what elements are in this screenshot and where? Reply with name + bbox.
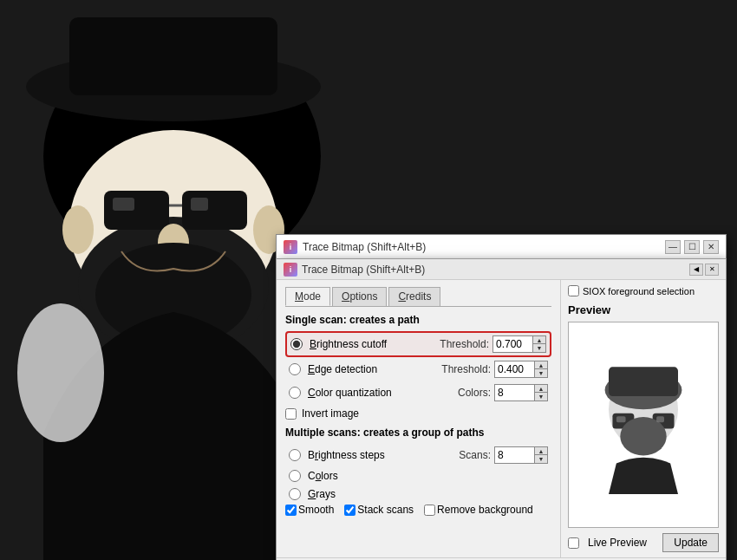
radio-grays[interactable] xyxy=(289,488,301,500)
preview-image xyxy=(578,355,708,494)
preview-label: Preview xyxy=(568,303,719,316)
invert-image-label: Invert image xyxy=(302,407,359,420)
inner-titlebar: i Trace Bitmap (Shift+Alt+B) ◀ ✕ xyxy=(277,259,726,280)
threshold-spinbox-2: ▲ ▼ xyxy=(494,361,548,378)
radio-row-brightness-steps: Brightness steps Scans: ▲ ▼ xyxy=(285,444,551,466)
invert-image-row: Invert image xyxy=(285,407,551,420)
edge-detection-label: Edge detection xyxy=(308,363,441,375)
svg-rect-9 xyxy=(113,198,134,211)
dialog-outer: i Trace Bitmap (Shift+Alt+B) — ☐ ✕ xyxy=(276,234,727,260)
svg-point-24 xyxy=(620,417,666,455)
radio-row-color-quantization: Color quantization Colors: ▲ ▼ xyxy=(285,381,551,404)
invert-image-checkbox[interactable] xyxy=(285,408,297,420)
radio-brightness-cutoff[interactable] xyxy=(290,338,303,350)
dialog-inner: i Trace Bitmap (Shift+Alt+B) ◀ ✕ Mode Op… xyxy=(276,258,727,560)
docked-controls: ◀ ✕ xyxy=(689,264,719,276)
svg-rect-20 xyxy=(609,367,678,396)
spinbox-arrows-2: ▲ ▼ xyxy=(534,361,547,377)
dialog-content: Mode Options Credits Single scan: create… xyxy=(277,280,726,557)
outer-titlebar: i Trace Bitmap (Shift+Alt+B) — ☐ ✕ xyxy=(277,235,726,259)
right-panel: SIOX foreground selection Preview xyxy=(561,280,726,557)
live-preview-checkbox[interactable] xyxy=(568,537,579,549)
bottom-checkboxes-row: Smooth Stack scans Remove background xyxy=(285,504,551,516)
radio-row-brightness-cutoff: Brightness cutoff Threshold: ▲ ▼ xyxy=(285,331,551,357)
radio-row-grays: Grays xyxy=(285,485,551,503)
colors-value[interactable] xyxy=(495,385,534,400)
radio-color-quantization[interactable] xyxy=(289,387,301,399)
tab-credits[interactable]: Credits xyxy=(388,287,440,306)
spinbox-arrows-4: ▲ ▼ xyxy=(534,447,547,463)
brightness-cutoff-label: Brightness cutoff xyxy=(310,338,440,350)
smooth-label: Smooth xyxy=(298,504,334,516)
colors-label: Colors: xyxy=(458,387,491,399)
threshold-spin-up-1[interactable]: ▲ xyxy=(533,336,545,344)
stack-scans-label: Stack scans xyxy=(357,504,414,516)
inner-close-button[interactable]: ✕ xyxy=(705,264,719,276)
threshold-value-2[interactable] xyxy=(495,361,534,377)
update-button[interactable]: Update xyxy=(662,533,719,552)
svg-rect-26 xyxy=(656,416,664,422)
threshold-spin-down-1[interactable]: ▼ xyxy=(533,344,545,352)
siox-label: SIOX foreground selection xyxy=(583,286,695,296)
svg-rect-25 xyxy=(616,416,626,422)
live-preview-label: Live Preview xyxy=(588,537,647,549)
close-button[interactable]: ✕ xyxy=(703,240,719,254)
threshold-label-1: Threshold: xyxy=(440,338,489,350)
scans-spinbox: ▲ ▼ xyxy=(494,446,548,464)
tab-options[interactable]: Options xyxy=(332,287,387,306)
radio-colors[interactable] xyxy=(289,470,301,482)
outer-window-controls: — ☐ ✕ xyxy=(665,240,719,254)
smooth-checkbox[interactable] xyxy=(285,505,297,516)
scans-spin-up[interactable]: ▲ xyxy=(535,447,547,455)
maximize-button[interactable]: ☐ xyxy=(684,240,700,254)
tab-bar: Mode Options Credits xyxy=(285,287,551,307)
minimize-button[interactable]: — xyxy=(665,240,681,254)
scans-spin-down[interactable]: ▼ xyxy=(535,455,547,463)
inkscape-icon: i xyxy=(284,240,297,254)
radio-edge-detection[interactable] xyxy=(289,363,301,375)
siox-checkbox[interactable] xyxy=(568,285,579,296)
colors-spinbox: ▲ ▼ xyxy=(494,384,548,401)
threshold-value-1[interactable] xyxy=(493,336,532,352)
live-preview-row: Live Preview Update xyxy=(568,533,719,552)
siox-row: SIOX foreground selection xyxy=(568,285,719,296)
spinbox-arrows-3: ▲ ▼ xyxy=(534,385,547,400)
dock-button[interactable]: ◀ xyxy=(689,264,703,276)
svg-point-15 xyxy=(62,205,94,254)
spinbox-arrows-1: ▲ ▼ xyxy=(532,336,545,352)
colors-spin-down[interactable]: ▼ xyxy=(535,393,547,400)
threshold-spinbox-1: ▲ ▼ xyxy=(492,335,546,353)
svg-rect-10 xyxy=(191,198,208,211)
outer-title-left: i Trace Bitmap (Shift+Alt+B) xyxy=(284,240,426,254)
color-quantization-label: Color quantization xyxy=(308,387,458,399)
outer-title-text: Trace Bitmap (Shift+Alt+B) xyxy=(303,241,426,253)
left-panel: Mode Options Credits Single scan: create… xyxy=(277,280,561,557)
svg-rect-3 xyxy=(69,17,277,95)
stack-scans-checkbox[interactable] xyxy=(344,505,355,516)
colors-option-label: Colors xyxy=(308,470,548,482)
remove-background-label: Remove background xyxy=(437,504,533,516)
single-scan-label: Single scan: creates a path xyxy=(285,314,551,326)
inner-title-left: i Trace Bitmap (Shift+Alt+B) xyxy=(284,263,425,277)
threshold-label-2: Threshold: xyxy=(441,363,491,375)
radio-row-colors: Colors xyxy=(285,467,551,485)
scans-value[interactable] xyxy=(495,447,534,463)
radio-brightness-steps[interactable] xyxy=(289,449,301,461)
tab-mode[interactable]: Mode xyxy=(285,287,330,306)
brightness-steps-label: Brightness steps xyxy=(308,449,459,461)
threshold-spin-up-2[interactable]: ▲ xyxy=(535,361,547,369)
colors-spin-up[interactable]: ▲ xyxy=(535,385,547,393)
radio-row-edge-detection: Edge detection Threshold: ▲ ▼ xyxy=(285,358,551,381)
svg-rect-7 xyxy=(182,191,247,230)
inner-inkscape-icon: i xyxy=(284,263,297,277)
inner-title-text: Trace Bitmap (Shift+Alt+B) xyxy=(302,264,425,276)
multiple-scans-label: Multiple scans: creates a group of paths xyxy=(285,427,551,439)
threshold-spin-down-2[interactable]: ▼ xyxy=(535,369,547,377)
svg-point-14 xyxy=(17,303,104,442)
remove-background-checkbox[interactable] xyxy=(424,505,435,516)
scans-label: Scans: xyxy=(459,449,491,461)
preview-box xyxy=(568,322,719,528)
svg-rect-6 xyxy=(104,191,169,230)
grays-label: Grays xyxy=(308,488,548,500)
